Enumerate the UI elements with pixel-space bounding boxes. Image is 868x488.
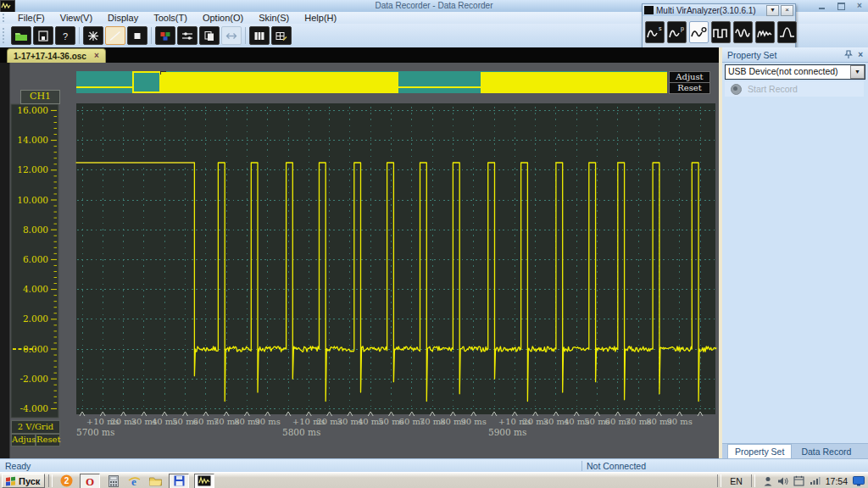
overview-adjust-button[interactable]: Adjust bbox=[669, 71, 710, 83]
overview-data-region bbox=[161, 72, 398, 93]
internet-explorer-icon[interactable]: e bbox=[127, 474, 142, 488]
panel-close-icon[interactable]: × bbox=[858, 50, 863, 59]
svg-text:5800 ms: 5800 ms bbox=[282, 427, 320, 437]
svg-text:16.000: 16.000 bbox=[17, 105, 48, 115]
wave-record-selected-icon[interactable] bbox=[689, 21, 709, 43]
device-select[interactable]: USB Device(not connected) ▼ bbox=[725, 64, 865, 80]
taskbar-separator bbox=[717, 474, 721, 487]
sparkle-settings-icon[interactable] bbox=[83, 26, 103, 45]
start-record-button[interactable]: Start Record bbox=[725, 81, 864, 97]
analyzer-close-icon[interactable]: × bbox=[781, 5, 793, 16]
svg-text:?: ? bbox=[63, 31, 68, 42]
toolbar-separator bbox=[245, 27, 246, 44]
scheduler-icon[interactable] bbox=[793, 475, 804, 486]
menu-tools[interactable]: Tools(T) bbox=[146, 13, 195, 23]
property-panel-header: Property Set × bbox=[722, 47, 868, 63]
opera-icon[interactable]: O bbox=[80, 474, 100, 488]
svg-text:90 ms: 90 ms bbox=[460, 417, 487, 426]
wave-spectrum-s-icon[interactable]: s bbox=[645, 21, 665, 43]
status-bar: Ready Not Connected bbox=[0, 458, 868, 473]
calculator-icon[interactable] bbox=[106, 474, 120, 488]
taskbar-separator bbox=[48, 474, 53, 487]
system-tray: EN 17:54 bbox=[714, 474, 868, 488]
tune-sliders-icon[interactable] bbox=[177, 26, 198, 45]
save-tool-icon[interactable] bbox=[169, 474, 189, 488]
pages-copy-icon[interactable] bbox=[199, 26, 220, 45]
explorer-folder-icon[interactable] bbox=[148, 474, 163, 488]
menu-option[interactable]: Option(O) bbox=[195, 13, 251, 23]
menu-skin[interactable]: Skin(S) bbox=[251, 13, 297, 23]
scale-adjust-button[interactable]: Adjust bbox=[11, 434, 36, 446]
damped-wave-icon[interactable] bbox=[755, 21, 775, 43]
window-controls: × bbox=[817, 1, 865, 10]
overview-reset-button[interactable]: Reset bbox=[669, 82, 710, 94]
dual-wave-icon[interactable] bbox=[733, 21, 753, 43]
property-panel: Property Set × USB Device(not connected)… bbox=[722, 47, 868, 458]
document-tab-bar: 1-17+17-14-36.osc × bbox=[0, 47, 723, 63]
panel-tab-bar: Property Set Data Record bbox=[722, 443, 868, 458]
table-edit-icon[interactable] bbox=[271, 26, 292, 45]
square-wave-icon[interactable] bbox=[711, 21, 731, 43]
smooth-pulse-icon[interactable] bbox=[777, 21, 797, 43]
help-icon[interactable]: ? bbox=[55, 26, 75, 45]
color-palette-icon[interactable] bbox=[155, 26, 175, 45]
svg-text:12.000: 12.000 bbox=[17, 164, 48, 175]
screen: Data Recorder - Data Recorder × File(F)V… bbox=[0, 0, 868, 488]
windows-logo-icon bbox=[5, 476, 16, 486]
svg-text:2: 2 bbox=[64, 476, 70, 485]
volts-per-grid-label: 2 V/Grid bbox=[11, 420, 60, 434]
svg-text:5700 ms: 5700 ms bbox=[76, 427, 114, 437]
open-file-icon[interactable] bbox=[11, 26, 31, 45]
svg-text:90 ms: 90 ms bbox=[254, 417, 281, 426]
columns-view-icon[interactable] bbox=[249, 26, 270, 45]
analyzer-title: Multi VirAnalyzer(3.10.6.1) bbox=[654, 6, 766, 15]
overview-trace-line bbox=[398, 86, 481, 88]
chevron-down-icon[interactable]: ▼ bbox=[850, 65, 865, 79]
tab-data-record[interactable]: Data Record bbox=[793, 444, 859, 458]
volume-icon[interactable] bbox=[777, 476, 788, 486]
toolbar-separator bbox=[151, 27, 152, 44]
svg-text:8.000: 8.000 bbox=[23, 225, 48, 235]
messenger-2-icon[interactable]: 2 bbox=[59, 474, 74, 488]
document-tab-label: 1-17+17-14-36.osc bbox=[14, 52, 86, 61]
document-tab[interactable]: 1-17+17-14-36.osc × bbox=[7, 48, 106, 63]
overview-data-region bbox=[482, 72, 667, 93]
analyzer-dropdown-icon[interactable]: ▾ bbox=[766, 5, 779, 16]
display-icon[interactable] bbox=[853, 476, 865, 486]
pin-icon[interactable] bbox=[844, 50, 853, 59]
save-icon[interactable] bbox=[33, 26, 53, 45]
property-panel-title: Property Set bbox=[722, 50, 844, 60]
data-recorder-app-button[interactable] bbox=[194, 474, 214, 488]
svg-text:2.000: 2.000 bbox=[23, 313, 48, 324]
user-icon[interactable] bbox=[764, 476, 772, 486]
svg-text:5900 ms: 5900 ms bbox=[488, 427, 526, 437]
menu-view[interactable]: View(V) bbox=[53, 13, 100, 23]
menu-help[interactable]: Help(H) bbox=[297, 13, 344, 23]
overview-pan-bar[interactable] bbox=[76, 71, 667, 93]
taskbar-separator bbox=[751, 474, 755, 487]
menu-display[interactable]: Display bbox=[100, 13, 146, 23]
overview-selection-box[interactable] bbox=[132, 71, 161, 93]
record-icon bbox=[731, 84, 742, 95]
restore-icon[interactable] bbox=[836, 2, 846, 10]
svg-text:6.000: 6.000 bbox=[23, 254, 48, 264]
status-separator bbox=[581, 461, 582, 471]
tab-property-set[interactable]: Property Set bbox=[727, 444, 792, 458]
svg-text:-2.000: -2.000 bbox=[19, 374, 48, 384]
menu-file[interactable]: File(F) bbox=[10, 13, 53, 23]
clock[interactable]: 17:54 bbox=[826, 476, 848, 486]
tab-close-icon[interactable]: × bbox=[94, 52, 99, 60]
svg-text:10.000: 10.000 bbox=[17, 195, 48, 205]
analyzer-button-row: s p bbox=[643, 17, 795, 47]
analyzer-title-bar[interactable]: Multi VirAnalyzer(3.10.6.1) ▾ × bbox=[643, 4, 795, 16]
stop-square-icon[interactable] bbox=[127, 26, 147, 45]
start-button[interactable]: Пуск bbox=[2, 474, 45, 488]
language-indicator[interactable]: EN bbox=[730, 476, 743, 486]
scale-reset-button[interactable]: Reset bbox=[36, 434, 60, 446]
network-signal-icon[interactable] bbox=[810, 476, 821, 485]
line-draw-icon[interactable] bbox=[105, 26, 125, 45]
close-icon[interactable]: × bbox=[854, 2, 865, 10]
minimize-icon[interactable] bbox=[817, 2, 827, 10]
toolbar-grip bbox=[3, 28, 8, 43]
wave-spectrum-p-icon[interactable]: p bbox=[667, 21, 687, 43]
